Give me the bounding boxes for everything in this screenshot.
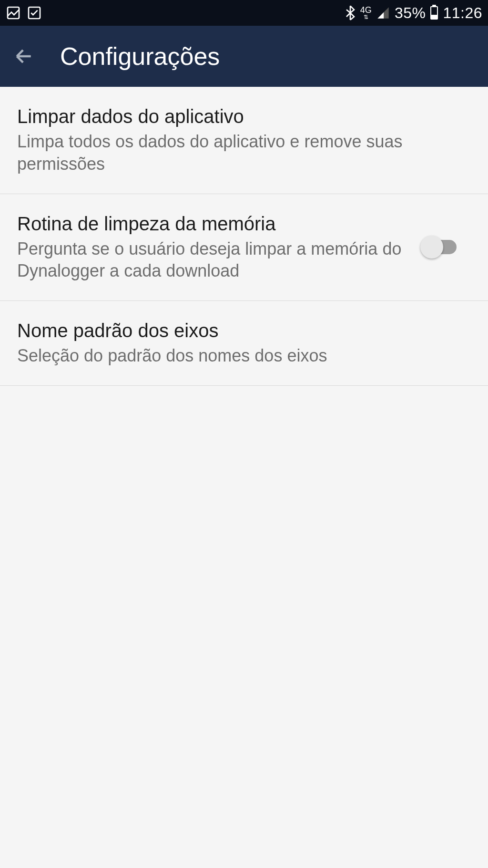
settings-item-title: Limpar dados do aplicativo [17, 105, 471, 128]
svg-rect-0 [8, 7, 19, 19]
back-button[interactable] [10, 43, 37, 70]
image-icon [6, 5, 21, 21]
settings-item-subtitle: Pergunta se o usuário deseja limpar a me… [17, 238, 414, 283]
settings-item-title: Rotina de limpeza da memória [17, 212, 414, 235]
settings-item-subtitle: Seleção do padrão dos nomes dos eixos [17, 345, 471, 367]
settings-item-memory-cleanup[interactable]: Rotina de limpeza da memória Pergunta se… [0, 194, 488, 301]
status-left-icons [6, 5, 42, 21]
arrow-left-icon [13, 46, 34, 67]
app-bar: Configurações [0, 26, 488, 87]
data-arrows-icon: ⇅ [364, 14, 368, 20]
signal-icon [376, 6, 390, 20]
network-label: 4G [360, 6, 372, 14]
settings-item-axis-names[interactable]: Nome padrão dos eixos Seleção do padrão … [0, 301, 488, 386]
clock: 11:26 [443, 4, 482, 22]
battery-icon [430, 6, 438, 20]
settings-item-title: Nome padrão dos eixos [17, 319, 471, 342]
download-done-icon [27, 5, 42, 21]
battery-percentage: 35% [395, 4, 426, 22]
network-4g-icon: 4G ⇅ [360, 6, 372, 20]
status-right-icons: 4G ⇅ 35% 11:26 [345, 4, 482, 22]
toggle-memory-cleanup[interactable] [423, 240, 457, 254]
toggle-thumb [420, 236, 443, 258]
bluetooth-icon [345, 5, 356, 21]
settings-item-subtitle: Limpa todos os dados do aplicativo e rem… [17, 131, 471, 176]
page-title: Configurações [60, 42, 220, 71]
status-bar: 4G ⇅ 35% 11:26 [0, 0, 488, 26]
settings-item-clear-data[interactable]: Limpar dados do aplicativo Limpa todos o… [0, 87, 488, 194]
settings-list: Limpar dados do aplicativo Limpa todos o… [0, 87, 488, 386]
